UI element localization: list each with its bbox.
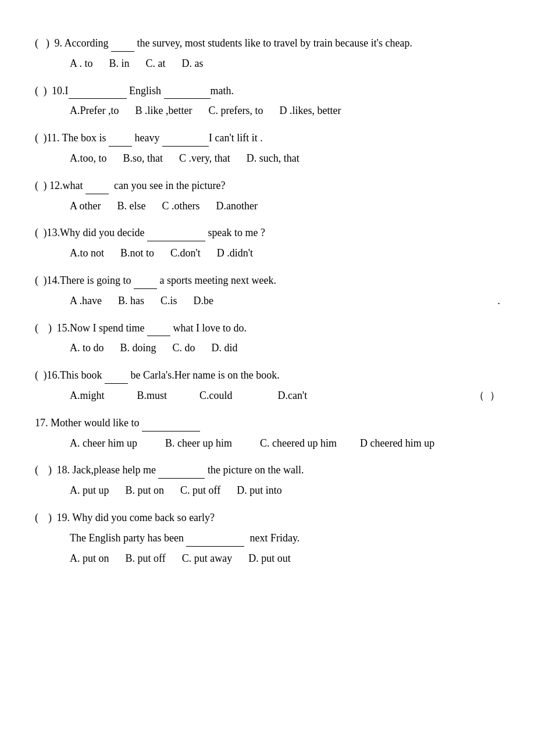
q12-line: ( ) 12.what can you see in the picture? bbox=[35, 177, 500, 194]
question-16: ( )16.This book be Carla's.Her name is o… bbox=[35, 367, 500, 404]
question-19: ( ) 19. Why did you come back so early? … bbox=[35, 509, 500, 566]
question-11: ( )11. The box is heavy I can't lift it … bbox=[35, 130, 500, 167]
q12-blank bbox=[85, 183, 109, 194]
q15-options: A. to do B. doing C. do D. did bbox=[35, 340, 500, 356]
q16-blank bbox=[105, 372, 128, 384]
q19-paren-space bbox=[41, 509, 46, 526]
q13-optD: D .didn't bbox=[217, 245, 253, 262]
q13-text: )13.Why did you decide speak to me ? bbox=[41, 224, 265, 241]
q14-optB: B. has bbox=[118, 293, 144, 309]
q19-optD: D. put out bbox=[248, 550, 291, 567]
q10-blank1 bbox=[69, 88, 127, 99]
q17-optC: C. cheered up him bbox=[260, 435, 337, 452]
q19-optA: A. put on bbox=[70, 550, 109, 567]
q11-optB: B.so, that bbox=[123, 150, 163, 167]
q10-optD: D .likes, better bbox=[279, 102, 341, 119]
q18-line: ( ) 18. Jack,please help me the picture … bbox=[35, 462, 500, 479]
q9-line: ( ) 9. According the survey, most studen… bbox=[35, 35, 500, 52]
q13-optA: A.to not bbox=[70, 245, 104, 262]
q16-optA: A.might bbox=[70, 387, 105, 404]
q9-optA: A . to bbox=[70, 55, 93, 72]
q14-dot: . bbox=[498, 293, 501, 309]
q11-blank1 bbox=[109, 135, 132, 147]
q13-blank bbox=[147, 230, 205, 241]
q9-blank bbox=[111, 40, 134, 52]
q15-optC: C. do bbox=[173, 340, 195, 356]
q10-blank2 bbox=[164, 88, 211, 99]
q9-paren-close: ) bbox=[41, 35, 49, 52]
q17-text: 17. Mother would like to bbox=[35, 415, 200, 432]
question-12: ( ) 12.what can you see in the picture? … bbox=[35, 177, 500, 215]
q10-text: 10.I English math. bbox=[49, 83, 234, 99]
q12-optC: C .others bbox=[162, 198, 200, 215]
q18-text: 18. Jack,please help me the picture on t… bbox=[54, 462, 304, 479]
q18-paren-space bbox=[41, 462, 46, 479]
q9-optB: B. in bbox=[109, 55, 130, 72]
q17-line: 17. Mother would like to bbox=[35, 415, 500, 432]
q17-optD: D cheered him up bbox=[360, 435, 434, 452]
q19-text: 19. Why did you come back so early? bbox=[54, 509, 215, 526]
q9-text: 9. According the survey, most students l… bbox=[52, 35, 412, 52]
q12-text: ) 12.what can you see in the picture? bbox=[41, 177, 225, 194]
q12-options: A other B. else C .others D.another bbox=[35, 198, 500, 215]
q15-optD: D. did bbox=[212, 340, 238, 356]
q19-subtext: The English party has been next Friday. bbox=[70, 530, 299, 547]
q14-options: A .have B. has C.is D.be . bbox=[35, 293, 500, 309]
q15-paren-space bbox=[41, 320, 46, 337]
question-15: ( ) 15.Now I spend time what I love to d… bbox=[35, 320, 500, 357]
q11-options: A.too, to B.so, that C .very, that D. su… bbox=[35, 150, 500, 167]
q19-options: A. put on B. put off C. put away D. put … bbox=[35, 550, 500, 567]
q18-optD: D. put into bbox=[237, 482, 282, 499]
q11-optC: C .very, that bbox=[179, 150, 230, 167]
q16-optB: B.must bbox=[137, 387, 167, 404]
q15-blank bbox=[147, 325, 170, 337]
q11-optA: A.too, to bbox=[70, 150, 107, 167]
q10-line: ( ) 10.I English math. bbox=[35, 83, 500, 99]
q16-optD: D.can't bbox=[278, 387, 308, 404]
q17-optA: A. cheer him up bbox=[70, 435, 137, 452]
q14-blank bbox=[134, 277, 157, 289]
q18-paren-open: ( bbox=[35, 462, 38, 479]
q14-optC: C.is bbox=[160, 293, 177, 309]
q17-options: A. cheer him up B. cheer up him C. cheer… bbox=[35, 435, 500, 452]
q19-line: ( ) 19. Why did you come back so early? bbox=[35, 509, 500, 526]
question-13: ( )13.Why did you decide speak to me ? A… bbox=[35, 224, 500, 262]
q14-text: )14.There is going to a sports meeting n… bbox=[41, 272, 276, 289]
q10-paren-open: ( bbox=[35, 83, 38, 99]
q9-paren-open: ( bbox=[35, 35, 38, 52]
q16-line: ( )16.This book be Carla's.Her name is o… bbox=[35, 367, 500, 384]
q19-paren-close: ) bbox=[48, 509, 52, 526]
q18-paren-close: ) bbox=[48, 462, 52, 479]
q19-optB: B. put off bbox=[126, 550, 166, 567]
q14-line: ( )14.There is going to a sports meeting… bbox=[35, 272, 500, 289]
q12-optB: B. else bbox=[117, 198, 146, 215]
q15-optA: A. to do bbox=[70, 340, 104, 356]
question-17: 17. Mother would like to A. cheer him up… bbox=[35, 415, 500, 452]
q13-options: A.to not B.not to C.don't D .didn't bbox=[35, 245, 500, 262]
q10-optB: B .like ,better bbox=[135, 102, 192, 119]
q16-optC: C.could bbox=[199, 387, 233, 404]
q9-optD: D. as bbox=[182, 55, 204, 72]
q16-options: A.might B.must C.could D.can't （ ） bbox=[35, 387, 500, 404]
q18-blank bbox=[158, 467, 205, 479]
q11-optD: D. such, that bbox=[247, 150, 299, 167]
q12-optA: A other bbox=[70, 198, 101, 215]
question-10: ( ) 10.I English math. A.Prefer ,to B .l… bbox=[35, 83, 500, 120]
q13-paren-open: ( bbox=[35, 224, 38, 241]
q13-optC: C.don't bbox=[170, 245, 201, 262]
q15-text: 15.Now I spend time what I love to do. bbox=[54, 320, 247, 337]
q15-paren-open: ( bbox=[35, 320, 38, 337]
q19-subline: The English party has been next Friday. bbox=[35, 530, 500, 547]
q16-paren-open: ( bbox=[35, 367, 38, 384]
q15-paren-close: ) bbox=[48, 320, 52, 337]
q14-paren-open: ( bbox=[35, 272, 38, 289]
q16-text: )16.This book be Carla's.Her name is on … bbox=[41, 367, 280, 384]
q15-line: ( ) 15.Now I spend time what I love to d… bbox=[35, 320, 500, 337]
q11-paren-open: ( bbox=[35, 130, 38, 147]
q15-optB: B. doing bbox=[120, 340, 156, 356]
q19-optC: C. put away bbox=[182, 550, 232, 567]
q10-options: A.Prefer ,to B .like ,better C. prefers,… bbox=[35, 102, 500, 119]
q11-line: ( )11. The box is heavy I can't lift it … bbox=[35, 130, 500, 147]
q18-options: A. put up B. put on C. put off D. put in… bbox=[35, 482, 500, 499]
q11-blank2 bbox=[162, 135, 209, 147]
